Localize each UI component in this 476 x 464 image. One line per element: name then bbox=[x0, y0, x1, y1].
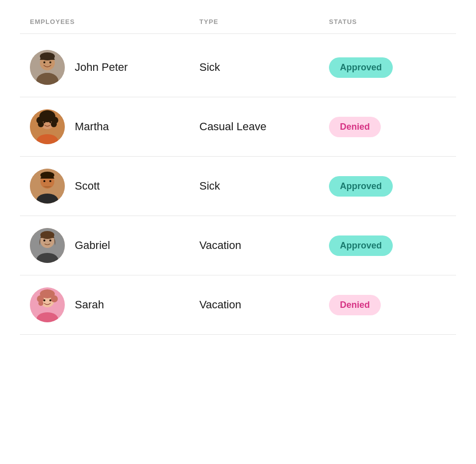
employee-name: Sarah bbox=[75, 298, 104, 311]
leave-type: Vacation bbox=[199, 298, 329, 311]
employee-name: John Peter bbox=[75, 61, 128, 74]
svg-point-28 bbox=[49, 239, 51, 241]
status-cell: Approved bbox=[329, 57, 459, 78]
avatar bbox=[30, 287, 65, 322]
employee-cell: John Peter bbox=[30, 50, 199, 85]
svg-point-22 bbox=[49, 180, 51, 182]
employee-cell: Sarah bbox=[30, 287, 199, 322]
status-cell: Approved bbox=[329, 176, 459, 197]
employee-name: Martha bbox=[75, 120, 109, 133]
header-type: TYPE bbox=[199, 18, 329, 25]
avatar bbox=[30, 50, 65, 85]
svg-point-21 bbox=[43, 180, 45, 182]
table-row: John Peter Sick Approved bbox=[20, 38, 456, 97]
employee-name: Scott bbox=[75, 180, 100, 193]
svg-point-5 bbox=[43, 61, 45, 63]
table-header: EMPLOYEES TYPE STATUS bbox=[20, 10, 456, 34]
table-row: Gabriel Vacation Approved bbox=[20, 216, 456, 275]
svg-point-34 bbox=[51, 295, 58, 302]
table-row: Sarah Vacation Denied bbox=[20, 275, 456, 335]
svg-point-27 bbox=[43, 239, 45, 241]
svg-point-15 bbox=[43, 121, 45, 123]
svg-point-36 bbox=[43, 299, 45, 301]
status-badge: Approved bbox=[329, 57, 393, 78]
avatar bbox=[30, 228, 65, 263]
status-badge: Approved bbox=[329, 235, 393, 256]
employee-cell: Scott bbox=[30, 169, 199, 204]
employee-cell: Gabriel bbox=[30, 228, 199, 263]
svg-point-13 bbox=[38, 121, 44, 127]
svg-point-16 bbox=[49, 121, 51, 123]
svg-point-14 bbox=[51, 121, 57, 127]
leave-type: Vacation bbox=[199, 239, 329, 252]
header-status: STATUS bbox=[329, 18, 459, 25]
status-badge: Denied bbox=[329, 117, 381, 137]
leave-type: Sick bbox=[199, 61, 329, 74]
svg-point-6 bbox=[49, 61, 51, 63]
avatar bbox=[30, 109, 65, 144]
header-employees: EMPLOYEES bbox=[30, 18, 199, 25]
status-cell: Approved bbox=[329, 235, 459, 256]
svg-point-35 bbox=[38, 301, 43, 306]
table-row: Scott Sick Approved bbox=[20, 157, 456, 216]
svg-point-37 bbox=[49, 299, 51, 301]
table-row: Martha Casual Leave Denied bbox=[20, 97, 456, 157]
employee-cell: Martha bbox=[30, 109, 199, 144]
status-badge: Denied bbox=[329, 295, 381, 315]
avatar bbox=[30, 169, 65, 204]
status-cell: Denied bbox=[329, 295, 459, 315]
status-badge: Approved bbox=[329, 176, 393, 197]
leave-table: EMPLOYEES TYPE STATUS bbox=[0, 0, 476, 345]
leave-type: Casual Leave bbox=[199, 120, 329, 133]
employee-name: Gabriel bbox=[75, 239, 110, 252]
status-cell: Denied bbox=[329, 117, 459, 137]
leave-type: Sick bbox=[199, 180, 329, 193]
